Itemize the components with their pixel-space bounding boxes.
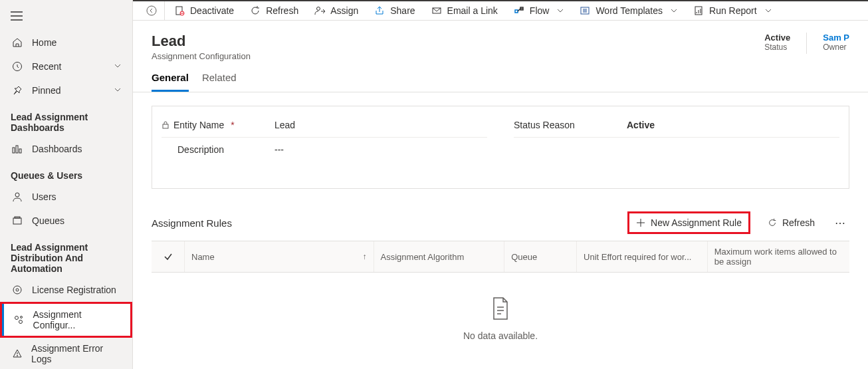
check-icon: [163, 252, 173, 261]
cmd-run-report[interactable]: Run Report: [687, 1, 778, 20]
chevron-down-icon: [671, 5, 677, 16]
svg-rect-6: [19, 149, 21, 153]
nav-license-registration[interactable]: License Registration: [0, 278, 132, 302]
cmd-deactivate[interactable]: Deactivate: [167, 1, 241, 20]
svg-point-11: [16, 289, 19, 291]
refresh-rules-label: Refresh: [782, 217, 815, 228]
svg-rect-23: [515, 10, 518, 13]
description-value: ---: [274, 144, 284, 155]
nav-group-queues-users: Queues & Users: [0, 161, 132, 185]
lock-icon: [162, 121, 169, 129]
document-icon: [491, 297, 510, 320]
sort-asc-icon: ↑: [363, 252, 367, 261]
status-reason-label: Status Reason: [514, 120, 575, 130]
command-bar: Deactivate Refresh Assign Share Email a …: [133, 0, 868, 21]
nav-dashboards[interactable]: Dashboards: [0, 137, 132, 161]
svg-point-14: [21, 316, 23, 318]
grid-col-max[interactable]: Maximum work items allowed to be assign: [708, 241, 849, 272]
svg-rect-33: [163, 124, 168, 128]
assignment-rules-title: Assignment Rules: [152, 217, 232, 229]
grid-empty-state: No data available.: [152, 273, 849, 365]
grid-col-effort-label: Unit Effort required for wor...: [584, 252, 691, 262]
config-icon: [13, 313, 25, 326]
hamburger-icon: [11, 11, 23, 21]
nav-assignment-config-label: Assignment Configur...: [33, 309, 120, 330]
svg-point-7: [15, 193, 19, 197]
nav-assignment-error-logs[interactable]: Assignment Error Logs: [0, 338, 132, 369]
svg-rect-4: [13, 148, 15, 153]
more-actions-button[interactable]: ⋯: [832, 214, 849, 232]
new-assignment-rule-button[interactable]: New Assignment Rule: [627, 211, 750, 234]
nav-users-label: Users: [32, 191, 56, 202]
header-divider: [806, 33, 807, 54]
nav-group-automation: Lead Assignment Distribution And Automat…: [0, 233, 132, 278]
form-area: Entity Name * Lead Description ---: [133, 92, 868, 202]
cmd-refresh[interactable]: Refresh: [243, 1, 305, 20]
svg-point-21: [317, 7, 320, 11]
back-circle-icon: [146, 5, 158, 17]
cmd-flow[interactable]: Flow: [507, 1, 571, 20]
tab-general[interactable]: General: [152, 72, 189, 92]
svg-point-17: [147, 6, 156, 15]
nav-assignment-configuration[interactable]: Assignment Configur...: [0, 302, 132, 338]
nav-recent-label: Recent: [32, 61, 61, 72]
required-indicator: *: [231, 120, 234, 130]
nav-home[interactable]: Home: [0, 31, 132, 55]
svg-point-10: [13, 286, 21, 294]
word-icon: [580, 5, 590, 16]
tabs: General Related: [133, 61, 868, 92]
field-entity-name[interactable]: Entity Name * Lead: [162, 113, 487, 138]
pin-icon: [11, 84, 24, 97]
owner-value: Sam P: [823, 33, 849, 43]
cmd-assign-label: Assign: [330, 5, 358, 16]
grid-col-name[interactable]: Name ↑: [185, 241, 374, 272]
grid-col-alg-label: Assignment Algorithm: [381, 252, 465, 262]
queue-icon: [11, 214, 24, 227]
person-icon: [11, 190, 24, 203]
errorlog-icon: [11, 347, 23, 360]
refresh-rules-button[interactable]: Refresh: [761, 213, 821, 232]
entity-name-label: Entity Name: [173, 120, 224, 130]
nav-users[interactable]: Users: [0, 185, 132, 209]
field-status-reason[interactable]: Status Reason Active: [514, 113, 839, 138]
cmd-assign[interactable]: Assign: [308, 1, 365, 20]
grid-col-max-label: Maximum work items allowed to be assign: [714, 247, 843, 267]
nav-license-label: License Registration: [32, 285, 116, 295]
clock-icon: [11, 60, 24, 73]
cmd-email-link[interactable]: Email a Link: [425, 1, 504, 20]
hamburger-menu-button[interactable]: [0, 3, 132, 31]
cmd-word-label: Word Templates: [596, 5, 663, 16]
nav-queues-label: Queues: [32, 215, 64, 226]
description-label: Description: [177, 144, 224, 155]
assignment-rules-section: Assignment Rules New Assignment Rule Ref…: [133, 202, 868, 369]
svg-rect-9: [15, 217, 20, 218]
owner-field[interactable]: Sam P Owner: [823, 33, 849, 54]
record-header: Lead Assignment Configuration Active Sta…: [133, 21, 868, 61]
grid-header: Name ↑ Assignment Algorithm Queue Unit E…: [152, 241, 849, 273]
cmd-share[interactable]: Share: [368, 1, 421, 20]
cmd-share-label: Share: [390, 5, 415, 16]
nav-error-logs-label: Assignment Error Logs: [31, 343, 122, 364]
field-description[interactable]: Description ---: [162, 138, 487, 162]
nav-home-label: Home: [32, 37, 56, 48]
nav-pinned[interactable]: Pinned: [0, 78, 132, 102]
chevron-down-icon: [114, 85, 122, 96]
cmd-word-templates[interactable]: Word Templates: [573, 1, 684, 20]
dashboard-icon: [11, 142, 24, 156]
svg-rect-5: [16, 146, 18, 153]
plus-icon: [636, 218, 645, 227]
back-button[interactable]: [138, 1, 165, 20]
cmd-refresh-label: Refresh: [266, 5, 298, 16]
grid-col-queue[interactable]: Queue: [504, 241, 577, 272]
grid-col-algorithm[interactable]: Assignment Algorithm: [374, 241, 505, 272]
tab-related[interactable]: Related: [202, 72, 237, 92]
sidebar: Home Recent Pinned Lead Assignment Dashb…: [0, 0, 133, 369]
grid-col-select[interactable]: [152, 241, 185, 272]
nav-queues[interactable]: Queues: [0, 209, 132, 233]
cmd-deactivate-label: Deactivate: [190, 5, 234, 16]
assignment-rules-grid: Name ↑ Assignment Algorithm Queue Unit E…: [152, 241, 849, 365]
grid-col-effort[interactable]: Unit Effort required for wor...: [577, 241, 708, 272]
nav-recent[interactable]: Recent: [0, 55, 132, 78]
nav-pinned-label: Pinned: [32, 85, 61, 96]
share-icon: [374, 5, 385, 16]
